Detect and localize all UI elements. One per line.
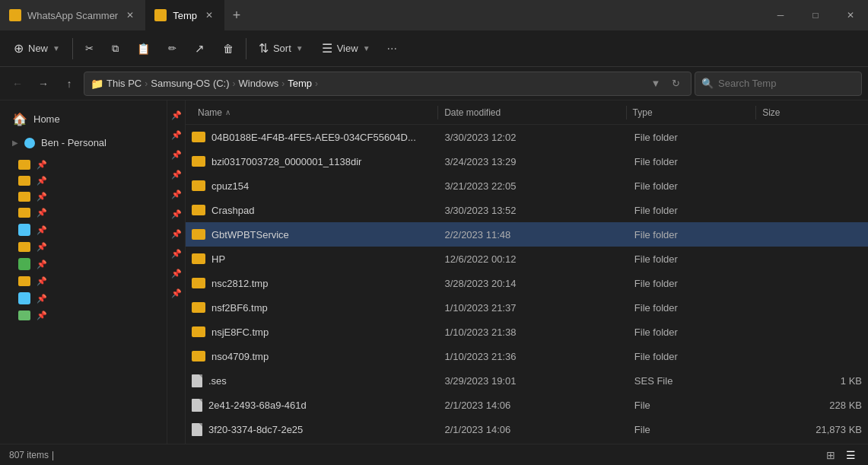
pinned-item-9[interactable]: 📌	[0, 289, 167, 307]
search-box[interactable]: 🔍	[695, 72, 862, 96]
file-date: 2/1/2023 14:06	[444, 400, 634, 411]
sidebar-pin-btn-3[interactable]: 📌	[168, 146, 185, 163]
pinned-item-10[interactable]: 📌	[0, 307, 167, 323]
table-row[interactable]: HP 12/6/2022 00:12 File folder	[186, 247, 868, 271]
tab-temp[interactable]: Temp ✕	[145, 0, 224, 30]
file-date: 2/2/2023 11:48	[444, 229, 634, 240]
file-name: Crashpad	[192, 205, 444, 216]
maximize-button[interactable]: □	[798, 0, 833, 30]
forward-button[interactable]: →	[32, 72, 55, 95]
sidebar: 🏠 Home ▶ Ben - Personal 📌 📌 📌	[0, 100, 167, 444]
status-separator: |	[52, 450, 54, 460]
sort-icon: ⇅	[259, 41, 269, 56]
new-button[interactable]: ⊕ New ▼	[6, 37, 68, 60]
home-icon: 🏠	[12, 112, 27, 126]
sidebar-item-ben-personal[interactable]: ▶ Ben - Personal	[3, 132, 164, 153]
sidebar-pin-btn-7[interactable]: 📌	[168, 225, 185, 242]
grid-view-button[interactable]: ⊞	[822, 447, 839, 463]
file-icon	[192, 374, 202, 387]
sort-button[interactable]: ⇅ Sort ▼	[251, 37, 311, 60]
tab-whatsapp[interactable]: WhatsApp Scammer ✕	[0, 0, 145, 30]
file-icon	[192, 423, 202, 436]
avatar-icon	[24, 138, 35, 148]
list-view-button[interactable]: ☰	[842, 447, 859, 463]
pin-icon-3: 📌	[37, 192, 47, 202]
address-bar[interactable]: 📁 This PC › Samsung-OS (C:) › Windows › …	[84, 72, 692, 96]
cut-button[interactable]: ✂	[78, 38, 101, 59]
view-button[interactable]: ☰ View ▼	[314, 37, 378, 60]
address-parts: This PC › Samsung-OS (C:) › Windows › Te…	[107, 78, 644, 89]
column-header-type[interactable]: Type	[627, 100, 756, 124]
file-name: 3f20-3374-8dc7-2e25	[192, 423, 444, 436]
sidebar-pin-btn-5[interactable]: 📌	[168, 186, 185, 202]
table-row[interactable]: GbtWPBTService 2/2/2023 11:48 File folde…	[186, 222, 868, 247]
pin-icon-5: 📌	[37, 225, 47, 235]
pinned-item-6[interactable]: 📌	[0, 239, 167, 255]
cut-icon: ✂	[85, 43, 94, 54]
sidebar-pin-btn-9[interactable]: 📌	[168, 265, 185, 282]
col-size-label: Size	[762, 107, 780, 118]
copy-button[interactable]: ⧉	[104, 38, 126, 59]
table-row[interactable]: 3f20-3374-8dc7-2e25 2/1/2023 14:06 File …	[186, 417, 868, 441]
pinned-item-5[interactable]: 📌	[0, 221, 167, 239]
paste-button[interactable]: 📋	[129, 38, 157, 59]
search-input[interactable]	[718, 78, 855, 89]
address-dropdown-button[interactable]: ▼	[647, 75, 665, 93]
sidebar-pin-btn-1[interactable]: 📌	[168, 107, 185, 123]
column-header-name[interactable]: Name ∧	[192, 100, 437, 124]
sidebar-pin-btn-6[interactable]: 📌	[168, 205, 185, 222]
new-tab-button[interactable]: +	[224, 3, 249, 27]
address-part-thispc: This PC	[107, 78, 141, 89]
table-row[interactable]: cpuz154 3/21/2023 22:05 File folder	[186, 174, 868, 198]
pinned-item-8[interactable]: 📌	[0, 273, 167, 289]
table-row[interactable]: Crashpad 3/30/2023 13:52 File folder	[186, 198, 868, 222]
share-button[interactable]: ↗	[187, 37, 212, 60]
sidebar-pin-btn-10[interactable]: 📌	[168, 285, 185, 301]
tab-temp-close[interactable]: ✕	[203, 9, 215, 21]
file-type: File folder	[634, 229, 761, 240]
sort-asc-icon: ∧	[225, 108, 231, 116]
table-row[interactable]: .ses 3/29/2023 19:01 SES File 1 KB	[186, 368, 868, 393]
table-row[interactable]: 2e41-2493-68a9-461d 2/1/2023 14:06 File …	[186, 393, 868, 417]
file-name: nsc2812.tmp	[192, 278, 444, 289]
column-header-size[interactable]: Size	[756, 100, 862, 124]
pinned-item-1[interactable]: 📌	[0, 157, 167, 173]
col-type-label: Type	[633, 107, 653, 118]
rename-button[interactable]: ✏	[161, 38, 184, 59]
close-button[interactable]: ✕	[833, 0, 868, 30]
pinned-item-7[interactable]: 📌	[0, 255, 167, 273]
table-row[interactable]: nsc2812.tmp 3/28/2023 20:14 File folder	[186, 271, 868, 295]
folder-icon	[192, 326, 205, 337]
folder-icon	[192, 253, 205, 264]
file-date: 1/10/2023 21:38	[444, 326, 634, 338]
file-list-header: Name ∧ Date modified Type Size	[186, 100, 868, 125]
more-options-button[interactable]: ···	[381, 39, 403, 59]
expand-icon: ▶	[12, 139, 18, 147]
window-controls: ─ □ ✕	[763, 0, 868, 30]
address-refresh-button[interactable]: ↻	[666, 75, 685, 93]
up-button[interactable]: ↑	[58, 72, 81, 95]
back-button[interactable]: ←	[6, 72, 29, 95]
file-list: 04B0188E-4F4B-4FE5-AEE9-034CF55604D... 3…	[186, 125, 868, 444]
pin-icon-8: 📌	[37, 276, 47, 286]
pinned-item-2[interactable]: 📌	[0, 173, 167, 189]
table-row[interactable]: 04B0188E-4F4B-4FE5-AEE9-034CF55604D... 3…	[186, 125, 868, 149]
sidebar-pin-btn-8[interactable]: 📌	[168, 245, 185, 262]
table-row[interactable]: nsjE8FC.tmp 1/10/2023 21:38 File folder	[186, 320, 868, 344]
table-row[interactable]: bzi0317003728_0000001_1138dir 3/24/2023 …	[186, 149, 868, 174]
table-row[interactable]: nsf2BF6.tmp 1/10/2023 21:37 File folder	[186, 295, 868, 320]
sidebar-pin-btn-4[interactable]: 📌	[168, 166, 185, 183]
minimize-button[interactable]: ─	[763, 0, 798, 30]
pinned-item-3[interactable]: 📌	[0, 189, 167, 205]
sidebar-item-home[interactable]: 🏠 Home	[3, 107, 164, 131]
column-header-date[interactable]: Date modified	[438, 100, 625, 124]
toolbar: ⊕ New ▼ ✂ ⧉ 📋 ✏ ↗ 🗑 ⇅ Sort ▼ ☰ View ▼ ··…	[0, 30, 868, 67]
tab-whatsapp-close[interactable]: ✕	[124, 9, 136, 21]
delete-button[interactable]: 🗑	[215, 38, 241, 59]
file-date: 3/30/2023 12:02	[444, 132, 634, 143]
address-part-temp: Temp	[288, 78, 312, 89]
pinned-item-4[interactable]: 📌	[0, 205, 167, 221]
sidebar-pin-btn-2[interactable]: 📌	[168, 126, 185, 143]
table-row[interactable]: nso4709.tmp 1/10/2023 21:36 File folder	[186, 344, 868, 368]
file-list-container: Name ∧ Date modified Type Size 04B0188E-…	[186, 100, 868, 444]
